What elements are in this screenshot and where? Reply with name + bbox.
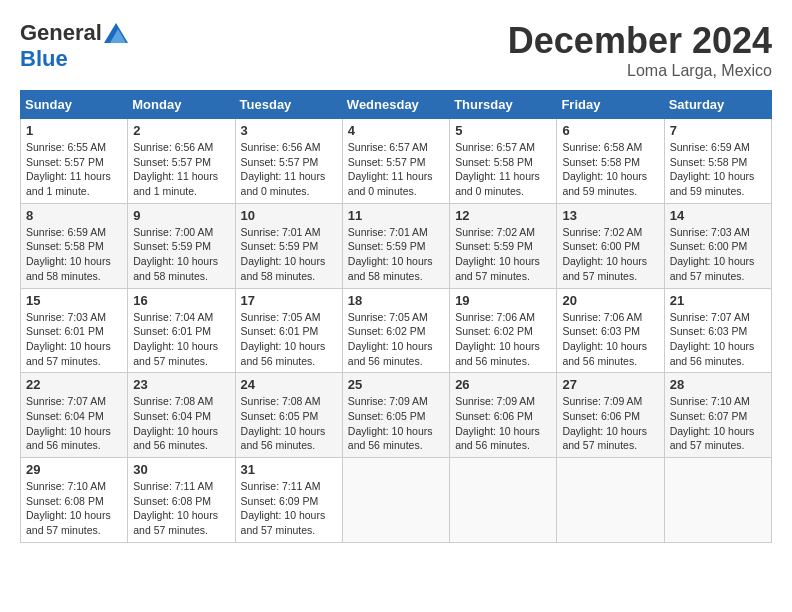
day-number: 5 (455, 123, 551, 138)
calendar-cell: 31Sunrise: 7:11 AMSunset: 6:09 PMDayligh… (235, 458, 342, 543)
day-number: 10 (241, 208, 337, 223)
calendar-cell: 15Sunrise: 7:03 AMSunset: 6:01 PMDayligh… (21, 288, 128, 373)
day-info: Sunrise: 7:10 AMSunset: 6:07 PMDaylight:… (670, 394, 766, 453)
col-wednesday: Wednesday (342, 91, 449, 119)
day-number: 13 (562, 208, 658, 223)
calendar-cell: 6Sunrise: 6:58 AMSunset: 5:58 PMDaylight… (557, 119, 664, 204)
day-number: 26 (455, 377, 551, 392)
day-info: Sunrise: 6:56 AMSunset: 5:57 PMDaylight:… (241, 140, 337, 199)
calendar-cell: 10Sunrise: 7:01 AMSunset: 5:59 PMDayligh… (235, 203, 342, 288)
day-number: 16 (133, 293, 229, 308)
calendar-cell (664, 458, 771, 543)
col-thursday: Thursday (450, 91, 557, 119)
day-number: 21 (670, 293, 766, 308)
calendar-cell: 27Sunrise: 7:09 AMSunset: 6:06 PMDayligh… (557, 373, 664, 458)
day-number: 30 (133, 462, 229, 477)
calendar-cell: 4Sunrise: 6:57 AMSunset: 5:57 PMDaylight… (342, 119, 449, 204)
calendar-cell: 18Sunrise: 7:05 AMSunset: 6:02 PMDayligh… (342, 288, 449, 373)
calendar-cell: 1Sunrise: 6:55 AMSunset: 5:57 PMDaylight… (21, 119, 128, 204)
day-number: 11 (348, 208, 444, 223)
day-info: Sunrise: 6:57 AMSunset: 5:57 PMDaylight:… (348, 140, 444, 199)
day-number: 19 (455, 293, 551, 308)
day-number: 31 (241, 462, 337, 477)
calendar-cell: 16Sunrise: 7:04 AMSunset: 6:01 PMDayligh… (128, 288, 235, 373)
calendar-cell: 13Sunrise: 7:02 AMSunset: 6:00 PMDayligh… (557, 203, 664, 288)
day-info: Sunrise: 7:04 AMSunset: 6:01 PMDaylight:… (133, 310, 229, 369)
day-info: Sunrise: 6:56 AMSunset: 5:57 PMDaylight:… (133, 140, 229, 199)
calendar-cell: 2Sunrise: 6:56 AMSunset: 5:57 PMDaylight… (128, 119, 235, 204)
day-info: Sunrise: 7:03 AMSunset: 6:00 PMDaylight:… (670, 225, 766, 284)
calendar-cell: 23Sunrise: 7:08 AMSunset: 6:04 PMDayligh… (128, 373, 235, 458)
calendar-cell: 22Sunrise: 7:07 AMSunset: 6:04 PMDayligh… (21, 373, 128, 458)
calendar-cell: 28Sunrise: 7:10 AMSunset: 6:07 PMDayligh… (664, 373, 771, 458)
day-info: Sunrise: 7:07 AMSunset: 6:03 PMDaylight:… (670, 310, 766, 369)
day-number: 4 (348, 123, 444, 138)
col-tuesday: Tuesday (235, 91, 342, 119)
day-info: Sunrise: 7:05 AMSunset: 6:01 PMDaylight:… (241, 310, 337, 369)
calendar-cell: 8Sunrise: 6:59 AMSunset: 5:58 PMDaylight… (21, 203, 128, 288)
day-number: 9 (133, 208, 229, 223)
logo-blue-text: Blue (20, 46, 68, 72)
day-info: Sunrise: 7:06 AMSunset: 6:02 PMDaylight:… (455, 310, 551, 369)
day-info: Sunrise: 7:09 AMSunset: 6:06 PMDaylight:… (562, 394, 658, 453)
day-number: 8 (26, 208, 122, 223)
calendar-cell: 5Sunrise: 6:57 AMSunset: 5:58 PMDaylight… (450, 119, 557, 204)
day-number: 3 (241, 123, 337, 138)
day-number: 6 (562, 123, 658, 138)
calendar-week-row: 1Sunrise: 6:55 AMSunset: 5:57 PMDaylight… (21, 119, 772, 204)
day-number: 18 (348, 293, 444, 308)
day-number: 7 (670, 123, 766, 138)
day-number: 2 (133, 123, 229, 138)
calendar-header-row: Sunday Monday Tuesday Wednesday Thursday… (21, 91, 772, 119)
calendar-week-row: 8Sunrise: 6:59 AMSunset: 5:58 PMDaylight… (21, 203, 772, 288)
day-info: Sunrise: 6:57 AMSunset: 5:58 PMDaylight:… (455, 140, 551, 199)
day-info: Sunrise: 7:05 AMSunset: 6:02 PMDaylight:… (348, 310, 444, 369)
day-info: Sunrise: 7:10 AMSunset: 6:08 PMDaylight:… (26, 479, 122, 538)
calendar-week-row: 22Sunrise: 7:07 AMSunset: 6:04 PMDayligh… (21, 373, 772, 458)
day-number: 27 (562, 377, 658, 392)
calendar-cell: 20Sunrise: 7:06 AMSunset: 6:03 PMDayligh… (557, 288, 664, 373)
day-info: Sunrise: 7:03 AMSunset: 6:01 PMDaylight:… (26, 310, 122, 369)
day-number: 17 (241, 293, 337, 308)
day-number: 15 (26, 293, 122, 308)
calendar-cell: 21Sunrise: 7:07 AMSunset: 6:03 PMDayligh… (664, 288, 771, 373)
calendar-cell: 14Sunrise: 7:03 AMSunset: 6:00 PMDayligh… (664, 203, 771, 288)
location-text: Loma Larga, Mexico (508, 62, 772, 80)
calendar-cell: 11Sunrise: 7:01 AMSunset: 5:59 PMDayligh… (342, 203, 449, 288)
day-number: 14 (670, 208, 766, 223)
calendar-cell: 7Sunrise: 6:59 AMSunset: 5:58 PMDaylight… (664, 119, 771, 204)
day-info: Sunrise: 7:02 AMSunset: 5:59 PMDaylight:… (455, 225, 551, 284)
day-info: Sunrise: 7:01 AMSunset: 5:59 PMDaylight:… (348, 225, 444, 284)
col-sunday: Sunday (21, 91, 128, 119)
calendar-cell: 24Sunrise: 7:08 AMSunset: 6:05 PMDayligh… (235, 373, 342, 458)
day-info: Sunrise: 7:08 AMSunset: 6:04 PMDaylight:… (133, 394, 229, 453)
day-info: Sunrise: 7:06 AMSunset: 6:03 PMDaylight:… (562, 310, 658, 369)
day-number: 24 (241, 377, 337, 392)
day-info: Sunrise: 7:07 AMSunset: 6:04 PMDaylight:… (26, 394, 122, 453)
calendar-cell: 29Sunrise: 7:10 AMSunset: 6:08 PMDayligh… (21, 458, 128, 543)
calendar-cell: 12Sunrise: 7:02 AMSunset: 5:59 PMDayligh… (450, 203, 557, 288)
calendar-week-row: 15Sunrise: 7:03 AMSunset: 6:01 PMDayligh… (21, 288, 772, 373)
day-info: Sunrise: 7:01 AMSunset: 5:59 PMDaylight:… (241, 225, 337, 284)
day-number: 25 (348, 377, 444, 392)
logo-icon (104, 23, 128, 43)
calendar-cell: 3Sunrise: 6:56 AMSunset: 5:57 PMDaylight… (235, 119, 342, 204)
calendar-week-row: 29Sunrise: 7:10 AMSunset: 6:08 PMDayligh… (21, 458, 772, 543)
calendar-cell: 26Sunrise: 7:09 AMSunset: 6:06 PMDayligh… (450, 373, 557, 458)
calendar-cell: 30Sunrise: 7:11 AMSunset: 6:08 PMDayligh… (128, 458, 235, 543)
col-saturday: Saturday (664, 91, 771, 119)
day-info: Sunrise: 6:59 AMSunset: 5:58 PMDaylight:… (26, 225, 122, 284)
month-title: December 2024 (508, 20, 772, 62)
day-number: 20 (562, 293, 658, 308)
day-number: 12 (455, 208, 551, 223)
calendar-table: Sunday Monday Tuesday Wednesday Thursday… (20, 90, 772, 543)
day-info: Sunrise: 7:09 AMSunset: 6:06 PMDaylight:… (455, 394, 551, 453)
day-number: 29 (26, 462, 122, 477)
page-header: General Blue December 2024 Loma Larga, M… (20, 20, 772, 80)
day-info: Sunrise: 7:02 AMSunset: 6:00 PMDaylight:… (562, 225, 658, 284)
calendar-cell: 19Sunrise: 7:06 AMSunset: 6:02 PMDayligh… (450, 288, 557, 373)
col-friday: Friday (557, 91, 664, 119)
calendar-cell: 25Sunrise: 7:09 AMSunset: 6:05 PMDayligh… (342, 373, 449, 458)
calendar-cell (557, 458, 664, 543)
logo: General Blue (20, 20, 128, 72)
